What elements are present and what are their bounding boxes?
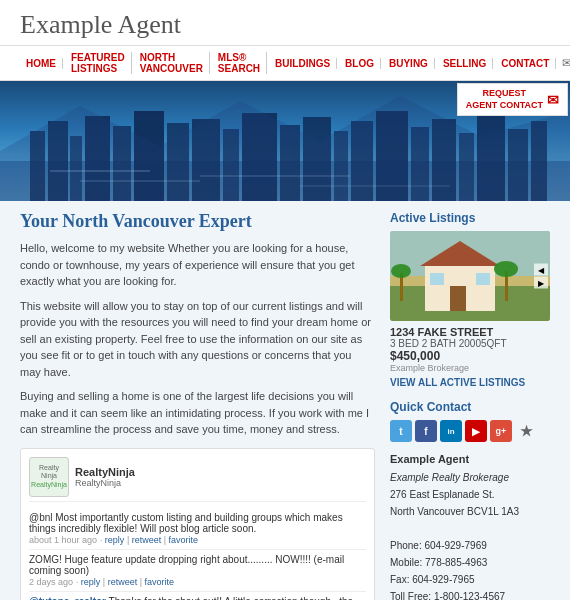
listing-address: 1234 FAKE STREET xyxy=(390,326,550,338)
tweet-1-time: about 1 hour ago xyxy=(29,535,97,545)
nav-north-van[interactable]: NORTH VANCOUVER xyxy=(134,52,210,74)
svg-point-38 xyxy=(391,264,411,278)
linkedin-social-icon[interactable]: in xyxy=(440,420,462,442)
svg-rect-32 xyxy=(450,286,466,311)
address-line-1: 276 East Esplanade St. xyxy=(390,486,550,503)
hero-banner: REQUESTAGENT CONTACT ✉ xyxy=(0,81,570,201)
left-column: Your North Vancouver Expert Hello, welco… xyxy=(20,211,375,600)
tweet-3-username: @tutone_realtor xyxy=(29,596,106,601)
mobile-number: 778-885-4963 xyxy=(425,557,487,568)
nav-home[interactable]: HOME xyxy=(20,58,63,69)
twitter-handle: RealtyNinja xyxy=(75,478,135,488)
listing-image: ◀ ▶ xyxy=(390,231,550,321)
contact-info: Example Agent Example Realty Brokerage 2… xyxy=(390,450,550,600)
realtyninja-logo: RealtyNinjaRealtyNinja xyxy=(29,457,69,497)
listing-prev-button[interactable]: ◀ xyxy=(534,264,548,276)
fax-label: Fax: 604-929-7965 xyxy=(390,571,550,588)
tweet-3: @tutone_realtor Thanks for the shout out… xyxy=(29,592,366,601)
quick-contact-heading: Quick Contact xyxy=(390,400,550,414)
tweet-2-time: 2 days ago xyxy=(29,577,73,587)
tweet-1-text: @bnl Most importantly custom listing and… xyxy=(29,512,343,534)
tweet-2-actions: · reply | retweet | favorite xyxy=(76,577,174,587)
gplus-social-icon[interactable]: g+ xyxy=(490,420,512,442)
twitter-widget: RealtyNinjaRealtyNinja RealtyNinja Realt… xyxy=(20,448,375,601)
intro-p2: This website will allow you to stay on t… xyxy=(20,298,375,381)
active-listings-heading: Active Listings xyxy=(390,211,550,225)
address-line-2: North Vancouver BCV1L 1A3 xyxy=(390,503,550,520)
star-icon: ★ xyxy=(515,420,537,442)
listing-illustration xyxy=(390,231,550,321)
agent-contact-mail-icon: ✉ xyxy=(547,92,559,108)
tweet-1-actions: · reply | retweet | favorite xyxy=(100,535,198,545)
tollfree-number: 1-800-123-4567 xyxy=(434,591,505,600)
nav-contact[interactable]: CONTACT xyxy=(495,58,556,69)
nav-mls[interactable]: MLS® SEARCH xyxy=(212,52,267,74)
quick-contact-section: Quick Contact t f in ▶ g+ ★ Example Agen… xyxy=(390,400,550,600)
main-content: Your North Vancouver Expert Hello, welco… xyxy=(0,201,570,600)
view-all-listings-link[interactable]: VIEW ALL ACTIVE LISTINGS xyxy=(390,377,550,388)
header: Example Agent xyxy=(0,0,570,45)
tollfree-label: Toll Free: 1-800-123-4567 xyxy=(390,588,550,600)
nav-blog[interactable]: BLOG xyxy=(339,58,381,69)
tweet-2: ZOMG! Huge feature update dropping right… xyxy=(29,550,366,592)
active-listings-section: Active Listings xyxy=(390,211,550,388)
youtube-social-icon[interactable]: ▶ xyxy=(465,420,487,442)
facebook-social-icon[interactable]: f xyxy=(415,420,437,442)
nav-selling[interactable]: SELLING xyxy=(437,58,493,69)
agent-contact-label: REQUESTAGENT CONTACT xyxy=(466,88,543,111)
svg-rect-34 xyxy=(476,273,490,285)
mobile-label: Mobile: 778-885-4963 xyxy=(390,554,550,571)
twitter-social-icon[interactable]: t xyxy=(390,420,412,442)
site-logo: Example Agent xyxy=(20,10,550,40)
main-nav: HOME FEATURED LISTINGS NORTH VANCOUVER M… xyxy=(0,45,570,81)
tweet-2-text: ZOMG! Huge feature update dropping right… xyxy=(29,554,344,576)
twitter-brand-info: RealtyNinja RealtyNinja xyxy=(75,466,135,488)
listing-nav: ◀ ▶ xyxy=(534,264,548,289)
listing-next-button[interactable]: ▶ xyxy=(534,277,548,289)
listing-price: $450,000 xyxy=(390,349,550,363)
intro-p3: Buying and selling a home is one of the … xyxy=(20,388,375,438)
agent-contact-button[interactable]: REQUESTAGENT CONTACT ✉ xyxy=(457,83,568,116)
twitter-brand: RealtyNinja xyxy=(75,466,135,478)
nav-featured[interactable]: FEATURED LISTINGS xyxy=(65,52,132,74)
svg-rect-33 xyxy=(430,273,444,285)
main-heading: Your North Vancouver Expert xyxy=(20,211,375,232)
right-column: Active Listings xyxy=(390,211,550,600)
nav-buying[interactable]: BUYING xyxy=(383,58,435,69)
twitter-header: RealtyNinjaRealtyNinja RealtyNinja Realt… xyxy=(29,457,366,502)
tweet-1: @bnl Most importantly custom listing and… xyxy=(29,508,366,550)
listing-details: 3 BED 2 BATH 20005QFT xyxy=(390,338,550,349)
intro-p1: Hello, welcome to my website Whether you… xyxy=(20,240,375,290)
nav-buildings[interactable]: BUILDINGS xyxy=(269,58,337,69)
listing-brokerage: Example Brokerage xyxy=(390,363,550,373)
fax-number: 604-929-7965 xyxy=(412,574,474,585)
phone-label: Phone: 604-929-7969 xyxy=(390,537,550,554)
agent-name: Example Agent xyxy=(390,450,550,469)
company-name: Example Realty Brokerage xyxy=(390,469,550,486)
social-icons-row: t f in ▶ g+ ★ xyxy=(390,420,550,442)
nav-email-icon: ✉ xyxy=(562,56,570,70)
svg-point-36 xyxy=(494,261,518,277)
phone-number: 604-929-7969 xyxy=(424,540,486,551)
